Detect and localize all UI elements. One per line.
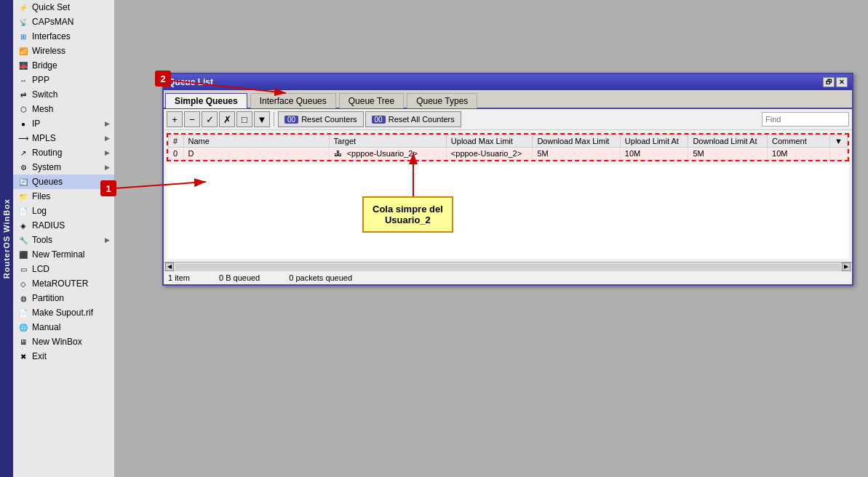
wireless-icon: 📶 bbox=[17, 45, 29, 57]
disable-button[interactable]: ✗ bbox=[219, 111, 235, 127]
routing-arrow: ▶ bbox=[105, 149, 110, 156]
queue-list-window: Queue List 🗗 ✕ Simple Queues Interface Q… bbox=[162, 73, 853, 286]
bridge-icon: 🌉 bbox=[17, 60, 29, 71]
find-input[interactable] bbox=[762, 112, 849, 127]
tab-simple-queues[interactable]: Simple Queues bbox=[165, 93, 247, 108]
sidebar-item-partition[interactable]: ◍ Partition bbox=[13, 291, 114, 305]
remove-button[interactable]: − bbox=[184, 111, 200, 127]
sidebar-item-lcd[interactable]: ▭ LCD bbox=[13, 262, 114, 276]
sidebar-item-mpls[interactable]: ⟶ MPLS ▶ bbox=[13, 131, 114, 145]
manual-icon: 🌐 bbox=[17, 321, 29, 333]
radius-icon: ◈ bbox=[17, 220, 29, 231]
col-comment: Comment bbox=[768, 135, 830, 148]
tab-bar: Simple Queues Interface Queues Queue Tre… bbox=[164, 90, 852, 109]
cell-flag: D bbox=[183, 148, 329, 160]
status-bar: 1 item 0 B queued 0 packets queued bbox=[164, 270, 852, 284]
queue-table: # Name Target Upload Max Limit Download … bbox=[168, 135, 848, 160]
sidebar-item-files[interactable]: 📁 Files bbox=[13, 189, 114, 204]
exit-icon: ✖ bbox=[17, 350, 29, 362]
item-count: 1 item bbox=[168, 273, 190, 282]
sidebar-item-new-winbox[interactable]: 🖥 New WinBox bbox=[13, 334, 114, 349]
tools-icon: 🔧 bbox=[17, 234, 29, 246]
table-row[interactable]: 0 D 🖧 <pppoe-Usuario_2> <pppoe-Usuario_2… bbox=[169, 148, 848, 160]
sidebar-item-switch[interactable]: ⇄ Switch bbox=[13, 87, 114, 102]
copy-button[interactable]: □ bbox=[236, 111, 252, 127]
enable-button[interactable]: ✓ bbox=[202, 111, 218, 127]
row-icon: 🖧 bbox=[334, 149, 342, 158]
log-icon: 📄 bbox=[17, 205, 29, 217]
make-supout-icon: 📄 bbox=[17, 307, 29, 318]
sidebar-item-mesh[interactable]: ⬡ Mesh bbox=[13, 102, 114, 116]
col-expand[interactable]: ▼ bbox=[830, 135, 848, 148]
toolbar: + − ✓ ✗ □ ▼ 00 Reset Counters 0 bbox=[164, 109, 852, 130]
ip-icon: ● bbox=[17, 118, 29, 129]
system-icon: ⚙ bbox=[17, 161, 29, 173]
col-upload-max: Upload Max Limit bbox=[446, 135, 533, 148]
sidebar-item-bridge[interactable]: 🌉 Bridge bbox=[13, 58, 114, 73]
sidebar-item-ip[interactable]: ● IP ▶ bbox=[13, 116, 114, 131]
sidebar-item-make-supout[interactable]: 📄 Make Supout.rif bbox=[13, 305, 114, 320]
col-name: Name bbox=[183, 135, 329, 148]
sidebar-item-exit[interactable]: ✖ Exit bbox=[13, 349, 114, 364]
sidebar-item-quick-set[interactable]: ⚡ Quick Set bbox=[13, 0, 114, 15]
partition-icon: ◍ bbox=[17, 292, 29, 304]
sidebar-item-radius[interactable]: ◈ RADIUS bbox=[13, 218, 114, 233]
sidebar-item-queues[interactable]: 🔄 Queues bbox=[13, 175, 114, 189]
sidebar-item-metarouter[interactable]: ◇ MetaROUTER bbox=[13, 276, 114, 291]
restore-button[interactable]: 🗗 bbox=[823, 77, 835, 87]
filter-button[interactable]: ▼ bbox=[254, 111, 270, 127]
cell-upload-limit-at: 5M bbox=[688, 148, 768, 160]
cell-download-limit-at: 10M bbox=[768, 148, 830, 160]
col-target: Target bbox=[329, 135, 446, 148]
sidebar-item-manual[interactable]: 🌐 Manual bbox=[13, 320, 114, 334]
table-container: # Name Target Upload Max Limit Download … bbox=[168, 135, 848, 160]
sidebar: ⚡ Quick Set 📡 CAPsMAN ⊞ Interfaces 📶 Wir… bbox=[13, 0, 115, 477]
ppp-icon: ↔ bbox=[17, 74, 29, 86]
mpls-arrow: ▶ bbox=[105, 135, 110, 142]
sidebar-item-interfaces[interactable]: ⊞ Interfaces bbox=[13, 29, 114, 44]
sidebar-item-log[interactable]: 📄 Log bbox=[13, 204, 114, 218]
close-button[interactable]: ✕ bbox=[836, 77, 848, 87]
sidebar-item-routing[interactable]: ↗ Routing ▶ bbox=[13, 145, 114, 160]
tab-queue-types[interactable]: Queue Types bbox=[407, 93, 477, 108]
col-download-limit-at: Download Limit At bbox=[688, 135, 768, 148]
tab-interface-queues[interactable]: Interface Queues bbox=[250, 93, 336, 108]
table-header: # Name Target Upload Max Limit Download … bbox=[169, 135, 848, 148]
new-terminal-icon: ⬛ bbox=[17, 249, 29, 260]
lcd-icon: ▭ bbox=[17, 263, 29, 275]
scroll-left-button[interactable]: ◀ bbox=[165, 262, 174, 271]
metarouter-icon: ◇ bbox=[17, 278, 29, 289]
switch-icon: ⇄ bbox=[17, 89, 29, 100]
annotation-badge-1: 1 bbox=[100, 180, 116, 196]
sidebar-item-new-terminal[interactable]: ⬛ New Terminal bbox=[13, 247, 114, 262]
capsman-icon: 📡 bbox=[17, 16, 29, 28]
reset-all-counters-button[interactable]: 00 Reset All Counters bbox=[365, 111, 461, 127]
add-button[interactable]: + bbox=[167, 111, 183, 127]
window-title: Queue List bbox=[168, 77, 213, 87]
scroll-right-button[interactable]: ▶ bbox=[842, 262, 851, 271]
cell-upload-max: 5M bbox=[533, 148, 620, 160]
winbox-label: RouterOS WinBox bbox=[0, 0, 13, 477]
tab-queue-tree[interactable]: Queue Tree bbox=[339, 93, 404, 108]
mpls-icon: ⟶ bbox=[17, 132, 29, 144]
annotation-badge-2: 2 bbox=[155, 71, 171, 87]
titlebar-buttons: 🗗 ✕ bbox=[823, 77, 848, 87]
new-winbox-icon: 🖥 bbox=[17, 336, 29, 348]
sidebar-item-tools[interactable]: 🔧 Tools ▶ bbox=[13, 233, 114, 247]
interfaces-icon: ⊞ bbox=[17, 31, 29, 42]
reset-counters-button[interactable]: 00 Reset Counters bbox=[278, 111, 364, 127]
quick-set-icon: ⚡ bbox=[17, 1, 29, 13]
scroll-track[interactable] bbox=[175, 264, 840, 270]
tools-arrow: ▶ bbox=[105, 236, 110, 244]
empty-space bbox=[167, 164, 849, 259]
sidebar-item-ppp[interactable]: ↔ PPP bbox=[13, 73, 114, 87]
col-upload-limit-at: Upload Limit At bbox=[620, 135, 688, 148]
sidebar-item-capsman[interactable]: 📡 CAPsMAN bbox=[13, 15, 114, 29]
queued-bytes: 0 B queued bbox=[219, 273, 260, 282]
horizontal-scrollbar[interactable]: ◀ ▶ bbox=[164, 262, 852, 270]
cell-download-max: 10M bbox=[620, 148, 688, 160]
sidebar-item-system[interactable]: ⚙ System ▶ bbox=[13, 160, 114, 175]
queues-icon: 🔄 bbox=[17, 176, 29, 188]
sidebar-item-wireless[interactable]: 📶 Wireless bbox=[13, 44, 114, 58]
cell-name: 🖧 <pppoe-Usuario_2> bbox=[329, 148, 446, 160]
